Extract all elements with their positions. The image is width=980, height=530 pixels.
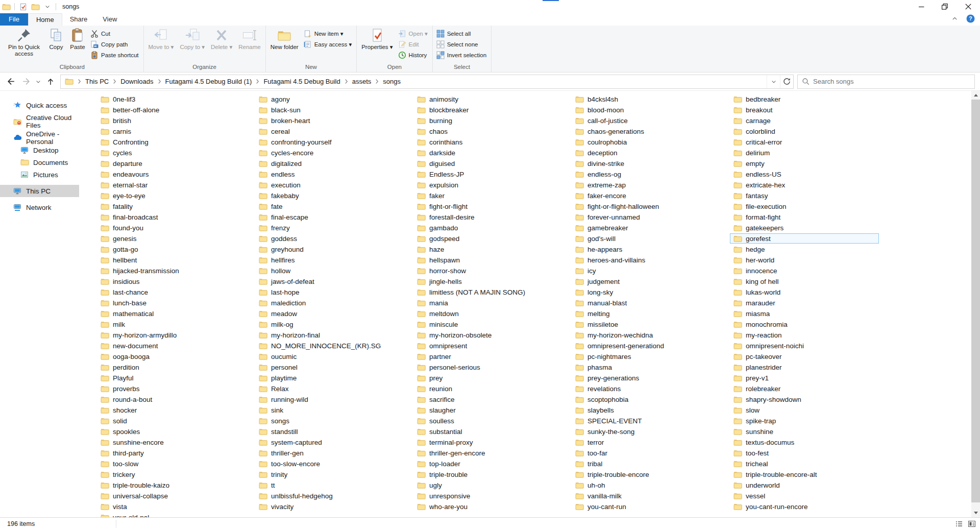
file-item[interactable]: miniscule [413,319,562,329]
file-item[interactable]: malediction [255,298,404,308]
file-item[interactable]: haze [413,244,562,254]
file-item[interactable]: trinity [255,469,404,479]
file-item[interactable]: shocker [97,405,246,415]
tab-share[interactable]: Share [62,13,95,26]
file-item[interactable]: hellfires [255,255,404,265]
sidebar-item-pictures[interactable]: Pictures [0,168,79,181]
open-button[interactable]: Open ▾ [397,28,431,39]
file-item[interactable]: fate [255,201,404,211]
file-item[interactable]: Relax [255,383,404,394]
file-item[interactable]: my-horizon-obsolete [413,330,562,340]
file-item[interactable]: substantial [413,426,562,437]
scrollbar-thumb[interactable] [971,100,980,502]
file-item[interactable]: proverbs [97,383,246,394]
file-item[interactable]: deception [572,148,721,158]
file-item[interactable]: pc-nightmares [572,351,721,362]
file-item[interactable]: my-horizon-final [255,330,404,340]
file-item[interactable]: extreme-zap [572,180,721,190]
file-item[interactable]: endless [255,169,404,179]
file-item[interactable]: chaos [413,126,562,136]
file-item[interactable]: coulrophobia [572,137,721,147]
file-item[interactable]: black-sun [255,105,404,115]
qat-new-folder-button[interactable] [31,2,40,11]
search-box[interactable] [797,75,975,89]
file-item[interactable]: genesis [97,233,246,244]
file-item[interactable]: extricate-hex [730,180,879,190]
file-item[interactable]: personel [255,362,404,372]
sidebar-item-documents[interactable]: Documents [0,156,79,168]
sidebar-item-creative-cloud-files[interactable]: Creative Cloud Files [0,115,79,128]
file-item[interactable]: lunch-base [97,298,246,308]
file-item[interactable]: colorblind [730,126,879,136]
file-item[interactable]: too-far [572,448,721,458]
file-item[interactable]: breakout [730,105,879,115]
file-item[interactable]: omnipresent [413,341,562,351]
file-item[interactable]: revelations [572,383,721,394]
sidebar-item-onedrive-personal[interactable]: OneDrive - Personal [0,132,79,144]
forward-button[interactable] [18,75,34,89]
file-item[interactable]: animosity [413,94,562,104]
details-view-button[interactable] [953,519,965,529]
file-item[interactable]: last-chance [97,287,246,297]
file-item[interactable]: jingle-hells [413,276,562,286]
delete-button[interactable]: Delete ▾ [208,27,235,51]
file-item[interactable]: my-horizon-wechidna [572,330,721,340]
new-folder-button[interactable]: New folder [267,27,302,51]
sidebar-item-quick-access[interactable]: Quick access [0,99,79,111]
file-item[interactable]: slow [730,405,879,415]
file-item[interactable]: underworld [730,480,879,490]
file-item[interactable]: pc-takeover [730,351,879,362]
qat-customize-chevron-icon[interactable] [43,2,52,11]
file-item[interactable]: diguised [413,158,562,168]
file-item[interactable]: terminal-proxy [413,437,562,447]
file-item[interactable]: blockbreaker [413,105,562,115]
file-item[interactable]: SPECIAL-EVENT [572,416,721,426]
file-item[interactable]: triple-trouble-encore [572,469,721,479]
file-item[interactable]: gamebreaker [572,223,721,233]
edit-button[interactable]: Edit [397,39,431,50]
file-item[interactable]: Endless-JP [413,169,562,179]
file-item[interactable]: personel-serious [413,362,562,372]
large-icons-view-button[interactable] [966,519,977,529]
file-item[interactable]: partner [413,351,562,362]
file-item[interactable]: scoptophobia [572,394,721,404]
file-item[interactable]: third-party [97,448,246,458]
file-item[interactable]: soulless [413,416,562,426]
file-item[interactable]: gatekeepers [730,223,879,233]
file-item[interactable]: meltdown [413,308,562,319]
file-item[interactable]: you-cant-run [572,501,721,512]
file-item[interactable]: planestrider [730,362,879,372]
file-item[interactable]: heroes-and-villains [572,255,721,265]
file-item[interactable]: prey-generations [572,373,721,383]
tab-view[interactable]: View [95,13,125,26]
file-item[interactable]: fantasy [730,190,879,201]
file-item[interactable]: oucumic [255,351,404,362]
file-item[interactable]: trickery [97,469,246,479]
file-item[interactable]: better-off-alone [97,105,246,115]
file-item[interactable]: who-are-you [413,501,562,512]
file-item[interactable]: final-broadcast [97,212,246,222]
file-item[interactable]: her-world [730,255,879,265]
file-item[interactable]: round-a-bout [97,394,246,404]
qat-properties-button[interactable] [18,2,28,11]
file-item[interactable]: prey [413,373,562,383]
file-item[interactable]: solid [97,416,246,426]
file-item[interactable]: greyhound [255,244,404,254]
file-item[interactable]: system-captured [255,437,404,447]
invert-selection-button[interactable]: Invert selection [435,50,489,60]
file-item[interactable]: triple-trouble-kaizo [97,480,246,490]
file-item[interactable]: vista [97,501,246,512]
file-item[interactable]: prey-v1 [730,373,879,383]
file-item[interactable]: reunion [413,383,562,394]
file-item[interactable]: too-slow-encore [255,459,404,469]
file-item[interactable]: new-document [97,341,246,351]
file-item[interactable]: carnis [97,126,246,136]
file-item[interactable]: hijacked-transmission [97,266,246,276]
move-to-button[interactable]: Move to ▾ [145,27,177,51]
file-item[interactable]: icy [572,266,721,276]
file-item[interactable]: cereal [255,126,404,136]
paste-shortcut-button[interactable]: Paste shortcut [89,50,142,60]
file-item[interactable]: terror [572,437,721,447]
file-item[interactable]: Playful [97,373,246,383]
help-icon[interactable]: ? [966,14,975,23]
